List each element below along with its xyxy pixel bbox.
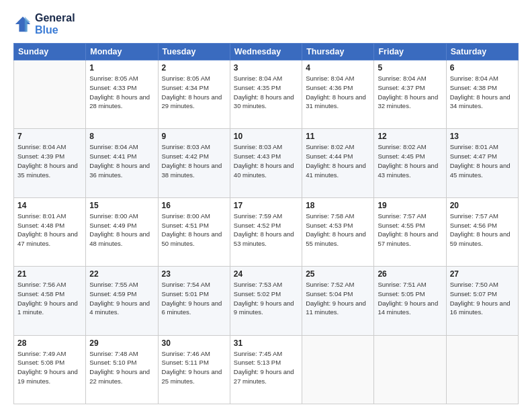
- day-number: 13: [450, 132, 515, 141]
- day-info: Sunrise: 7:46 AMSunset: 5:11 PMDaylight:…: [162, 349, 226, 386]
- day-number: 12: [378, 132, 442, 141]
- day-info: Sunrise: 7:58 AMSunset: 4:53 PMDaylight:…: [306, 212, 370, 248]
- day-info: Sunrise: 8:01 AMSunset: 4:48 PMDaylight:…: [17, 212, 82, 248]
- day-number: 19: [378, 201, 442, 210]
- day-info: Sunrise: 8:05 AMSunset: 4:34 PMDaylight:…: [162, 74, 226, 111]
- day-number: 11: [306, 132, 370, 141]
- day-info: Sunrise: 8:04 AMSunset: 4:41 PMDaylight:…: [89, 142, 154, 179]
- day-number: 29: [89, 338, 154, 348]
- weekday-friday: Friday: [374, 44, 446, 60]
- day-cell: 25Sunrise: 7:52 AMSunset: 5:04 PMDayligh…: [302, 267, 374, 335]
- day-info: Sunrise: 8:04 AMSunset: 4:36 PMDaylight:…: [306, 74, 370, 111]
- day-info: Sunrise: 7:48 AMSunset: 5:10 PMDaylight:…: [89, 349, 154, 386]
- day-number: 6: [450, 63, 515, 73]
- logo-text: General Blue: [35, 12, 75, 36]
- day-cell: 26Sunrise: 7:51 AMSunset: 5:05 PMDayligh…: [374, 267, 446, 335]
- day-cell: 21Sunrise: 7:56 AMSunset: 4:58 PMDayligh…: [14, 267, 86, 335]
- day-cell: 15Sunrise: 8:00 AMSunset: 4:49 PMDayligh…: [86, 197, 158, 266]
- day-cell: 7Sunrise: 8:04 AMSunset: 4:39 PMDaylight…: [14, 129, 86, 197]
- day-info: Sunrise: 7:52 AMSunset: 5:04 PMDaylight:…: [306, 280, 370, 317]
- weekday-thursday: Thursday: [302, 44, 374, 60]
- day-info: Sunrise: 7:55 AMSunset: 4:59 PMDaylight:…: [89, 280, 154, 317]
- week-row-5: 28Sunrise: 7:49 AMSunset: 5:08 PMDayligh…: [14, 335, 519, 404]
- day-cell: 9Sunrise: 8:03 AMSunset: 4:42 PMDaylight…: [158, 129, 230, 197]
- weekday-header-row: SundayMondayTuesdayWednesdayThursdayFrid…: [14, 44, 519, 60]
- day-number: 1: [89, 63, 154, 73]
- day-cell: 11Sunrise: 8:02 AMSunset: 4:44 PMDayligh…: [302, 129, 374, 197]
- day-cell: 17Sunrise: 7:59 AMSunset: 4:52 PMDayligh…: [230, 197, 302, 266]
- day-info: Sunrise: 7:56 AMSunset: 4:58 PMDaylight:…: [17, 280, 82, 317]
- weekday-wednesday: Wednesday: [230, 44, 302, 60]
- day-cell: 16Sunrise: 8:00 AMSunset: 4:51 PMDayligh…: [158, 197, 230, 266]
- day-info: Sunrise: 7:59 AMSunset: 4:52 PMDaylight:…: [234, 212, 298, 248]
- day-cell: 29Sunrise: 7:48 AMSunset: 5:10 PMDayligh…: [86, 335, 158, 404]
- day-cell: 18Sunrise: 7:58 AMSunset: 4:53 PMDayligh…: [302, 197, 374, 266]
- day-number: 7: [17, 132, 82, 141]
- weekday-sunday: Sunday: [14, 44, 86, 60]
- day-cell: 24Sunrise: 7:53 AMSunset: 5:02 PMDayligh…: [230, 267, 302, 335]
- day-info: Sunrise: 8:04 AMSunset: 4:37 PMDaylight:…: [378, 74, 442, 111]
- day-number: 5: [378, 63, 442, 73]
- day-cell: 10Sunrise: 8:03 AMSunset: 4:43 PMDayligh…: [230, 129, 302, 197]
- day-number: 9: [162, 132, 226, 141]
- day-cell: 27Sunrise: 7:50 AMSunset: 5:07 PMDayligh…: [446, 267, 518, 335]
- day-cell: 19Sunrise: 7:57 AMSunset: 4:55 PMDayligh…: [374, 197, 446, 266]
- day-info: Sunrise: 8:04 AMSunset: 4:38 PMDaylight:…: [450, 74, 515, 111]
- day-info: Sunrise: 8:01 AMSunset: 4:47 PMDaylight:…: [450, 142, 515, 179]
- day-number: 22: [89, 269, 154, 279]
- day-number: 15: [89, 201, 154, 210]
- day-number: 23: [162, 269, 226, 279]
- weekday-tuesday: Tuesday: [158, 44, 230, 60]
- day-info: Sunrise: 7:57 AMSunset: 4:55 PMDaylight:…: [378, 212, 442, 248]
- day-info: Sunrise: 7:57 AMSunset: 4:56 PMDaylight:…: [450, 212, 515, 248]
- day-cell: 3Sunrise: 8:04 AMSunset: 4:35 PMDaylight…: [230, 60, 302, 129]
- day-cell: 22Sunrise: 7:55 AMSunset: 4:59 PMDayligh…: [86, 267, 158, 335]
- day-info: Sunrise: 8:05 AMSunset: 4:33 PMDaylight:…: [89, 74, 154, 111]
- week-row-1: 1Sunrise: 8:05 AMSunset: 4:33 PMDaylight…: [14, 60, 519, 129]
- logo: General Blue: [13, 12, 75, 36]
- day-cell: 13Sunrise: 8:01 AMSunset: 4:47 PMDayligh…: [446, 129, 518, 197]
- day-cell: 2Sunrise: 8:05 AMSunset: 4:34 PMDaylight…: [158, 60, 230, 129]
- day-cell: 1Sunrise: 8:05 AMSunset: 4:33 PMDaylight…: [86, 60, 158, 129]
- logo-icon: [13, 15, 32, 34]
- day-cell: 31Sunrise: 7:45 AMSunset: 5:13 PMDayligh…: [230, 335, 302, 404]
- day-number: 20: [450, 201, 515, 210]
- day-cell: 14Sunrise: 8:01 AMSunset: 4:48 PMDayligh…: [14, 197, 86, 266]
- day-number: 14: [17, 201, 82, 210]
- day-info: Sunrise: 8:02 AMSunset: 4:44 PMDaylight:…: [306, 142, 370, 179]
- weekday-monday: Monday: [86, 44, 158, 60]
- day-info: Sunrise: 8:03 AMSunset: 4:42 PMDaylight:…: [162, 142, 226, 179]
- day-number: 26: [378, 269, 442, 279]
- day-info: Sunrise: 7:45 AMSunset: 5:13 PMDaylight:…: [234, 349, 298, 386]
- day-info: Sunrise: 7:49 AMSunset: 5:08 PMDaylight:…: [17, 349, 82, 386]
- day-info: Sunrise: 8:04 AMSunset: 4:39 PMDaylight:…: [17, 142, 82, 179]
- day-cell: 23Sunrise: 7:54 AMSunset: 5:01 PMDayligh…: [158, 267, 230, 335]
- day-number: 4: [306, 63, 370, 73]
- weekday-saturday: Saturday: [446, 44, 518, 60]
- svg-marker-0: [15, 17, 30, 32]
- day-number: 2: [162, 63, 226, 73]
- header: General Blue: [13, 12, 519, 36]
- day-number: 28: [17, 338, 82, 348]
- day-cell: [446, 335, 518, 404]
- day-number: 17: [234, 201, 298, 210]
- day-cell: 8Sunrise: 8:04 AMSunset: 4:41 PMDaylight…: [86, 129, 158, 197]
- day-number: 30: [162, 338, 226, 348]
- day-number: 31: [234, 338, 298, 348]
- day-cell: 20Sunrise: 7:57 AMSunset: 4:56 PMDayligh…: [446, 197, 518, 266]
- day-cell: 30Sunrise: 7:46 AMSunset: 5:11 PMDayligh…: [158, 335, 230, 404]
- week-row-4: 21Sunrise: 7:56 AMSunset: 4:58 PMDayligh…: [14, 267, 519, 335]
- day-cell: 4Sunrise: 8:04 AMSunset: 4:36 PMDaylight…: [302, 60, 374, 129]
- day-cell: [374, 335, 446, 404]
- day-info: Sunrise: 8:03 AMSunset: 4:43 PMDaylight:…: [234, 142, 298, 179]
- calendar-body: 1Sunrise: 8:05 AMSunset: 4:33 PMDaylight…: [14, 60, 519, 404]
- day-number: 18: [306, 201, 370, 210]
- day-number: 3: [234, 63, 298, 73]
- day-number: 25: [306, 269, 370, 279]
- day-number: 10: [234, 132, 298, 141]
- day-info: Sunrise: 7:51 AMSunset: 5:05 PMDaylight:…: [378, 280, 442, 317]
- day-cell: [14, 60, 86, 129]
- day-info: Sunrise: 8:04 AMSunset: 4:35 PMDaylight:…: [234, 74, 298, 111]
- day-number: 21: [17, 269, 82, 279]
- day-info: Sunrise: 7:53 AMSunset: 5:02 PMDaylight:…: [234, 280, 298, 317]
